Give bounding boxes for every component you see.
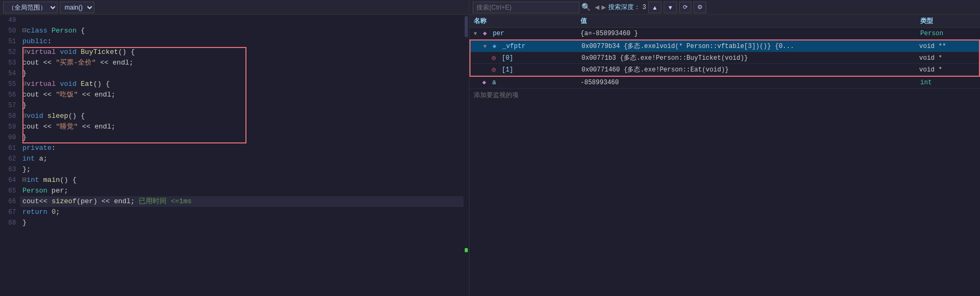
line-number-65: 65	[4, 186, 16, 196]
item-0-label: [0]	[501, 54, 513, 62]
code-line-61: private:	[20, 143, 464, 154]
code-line-58: ⊟void sleep() {	[20, 111, 464, 122]
line-number-54: 54	[4, 68, 16, 79]
watch-value-per: {a=-858993460 }	[576, 30, 916, 37]
line-numbers: 4950515253545556575859606162636465666768	[0, 15, 20, 296]
settings-btn[interactable]: ⚙	[694, 2, 706, 13]
line-number-61: 61	[4, 143, 16, 154]
watch-row-0[interactable]: ◎ [0] 0x00771b3 {多态.exe!Person::BuyTicke…	[471, 52, 979, 64]
watch-type-0: void *	[915, 54, 979, 62]
watch-value-0: 0x00771b3 {多态.exe!Person::BuyTicket(void…	[577, 53, 915, 62]
watch-header: 名称 值 类型	[469, 15, 980, 28]
line-number-62: 62	[4, 154, 16, 164]
watch-name-0: ◎ [0]	[471, 54, 577, 62]
watch-type-per: Person	[916, 30, 980, 37]
line-number-67: 67	[4, 207, 16, 218]
watch-value-a: -858993460	[576, 79, 916, 86]
code-line-66: cout<< sizeof(per) << endl; 已用时间 <=1ms	[20, 196, 464, 207]
watch-row-per[interactable]: ▼ ◆ per {a=-858993460 } Person	[469, 28, 980, 39]
watch-name-vfptr: ▼ ◆ _vfptr	[471, 42, 577, 50]
watch-value-1: 0x00771460 {多态.exe!Person::Eat(void)}	[577, 65, 915, 74]
scrollbar-position-indicator	[465, 248, 468, 252]
watch-table: 名称 值 类型 ▼ ◆ per {a=-858993460 } Person	[469, 15, 980, 296]
add-watch-item[interactable]: 添加要监视的项	[469, 89, 980, 102]
a-label: a	[492, 79, 496, 86]
line-number-56: 56	[4, 90, 16, 100]
code-line-67: return 0;	[20, 207, 464, 218]
watch-type-vfptr: void **	[915, 43, 979, 50]
var-icon-a: ◆	[482, 79, 486, 86]
editor-wrapper: 4950515253545556575859606162636465666768…	[0, 15, 469, 296]
red-box-rows: ▼ ◆ _vfptr 0x00779b34 {多态.exelvoid(* Per…	[469, 39, 980, 77]
code-line-57: }	[20, 100, 464, 111]
line-number-64: 64	[4, 175, 16, 186]
col-value-header: 值	[576, 17, 916, 26]
code-line-53: cout << "买票-全价" << endl;	[20, 58, 464, 68]
line-number-51: 51	[4, 36, 16, 47]
code-line-51: public:	[20, 36, 464, 47]
watch-name-a: ◆ a	[469, 78, 576, 86]
code-line-52: ⊟virtual void BuyTicket() {	[20, 47, 464, 58]
line-number-68: 68	[4, 218, 16, 228]
forward-icon[interactable]: ▶	[601, 3, 605, 12]
search-input[interactable]	[473, 2, 579, 13]
debug-toolbar: 🔍 ◀ ▶ 搜索深度： 3 ▲ ▼ ⟳ ⚙	[469, 0, 980, 15]
code-line-59: cout << "睡觉" << endl;	[20, 122, 464, 132]
watch-value-vfptr: 0x00779b34 {多态.exelvoid(* Person::vftabl…	[577, 42, 915, 51]
depth-up-btn[interactable]: ▲	[648, 2, 662, 13]
watch-type-1: void *	[915, 66, 979, 74]
code-line-49	[20, 15, 464, 26]
per-label: per	[493, 30, 505, 37]
main-container: （全局范围） main() 49505152535455565758596061…	[0, 0, 980, 296]
scrollbar-track[interactable]	[464, 15, 469, 296]
code-line-50: ⊟class Person {	[20, 26, 464, 36]
debug-panel: 🔍 ◀ ▶ 搜索深度： 3 ▲ ▼ ⟳ ⚙ 名称 值 类型 ▼ ◆ per	[469, 0, 980, 296]
code-line-56: cout << "吃饭" << endl;	[20, 90, 464, 100]
expand-icon-vfptr[interactable]: ▼	[483, 44, 487, 50]
watch-row-1[interactable]: ◎ [1] 0x00771460 {多态.exe!Person::Eat(voi…	[471, 64, 979, 76]
expand-icon-per[interactable]: ▼	[474, 31, 477, 37]
code-line-60: }	[20, 132, 464, 143]
search-icon: 🔍	[581, 3, 591, 12]
line-number-59: 59	[4, 122, 16, 132]
line-number-63: 63	[4, 164, 16, 175]
item-icon-0: ◎	[492, 54, 496, 62]
line-number-50: 50	[4, 26, 16, 36]
code-line-55: ⊟virtual void Eat() {	[20, 79, 464, 90]
line-number-52: 52	[4, 47, 16, 58]
line-number-58: 58	[4, 111, 16, 122]
col-name-header: 名称	[469, 17, 576, 26]
line-number-53: 53	[4, 58, 16, 68]
watch-name-per: ▼ ◆ per	[469, 29, 576, 37]
item-icon-1: ◎	[492, 66, 496, 74]
scope-select[interactable]: （全局范围）	[3, 2, 58, 13]
scrollbar-thumb[interactable]	[465, 16, 468, 37]
function-select[interactable]: main()	[60, 2, 94, 13]
vfptr-label: _vfptr	[503, 43, 525, 50]
line-number-55: 55	[4, 79, 16, 90]
depth-label: 搜索深度：	[608, 3, 640, 12]
watch-name-1: ◎ [1]	[471, 66, 577, 74]
line-number-60: 60	[4, 132, 16, 143]
depth-down-btn[interactable]: ▼	[664, 2, 677, 13]
var-icon-per: ◆	[483, 30, 487, 37]
col-type-header: 类型	[916, 17, 980, 26]
ptr-icon-vfptr: ◆	[492, 43, 496, 50]
line-number-57: 57	[4, 100, 16, 111]
code-line-63: };	[20, 164, 464, 175]
watch-type-a: int	[916, 79, 980, 86]
line-number-66: 66	[4, 196, 16, 207]
watch-row-vfptr[interactable]: ▼ ◆ _vfptr 0x00779b34 {多态.exelvoid(* Per…	[471, 41, 979, 52]
code-line-62: int a;	[20, 154, 464, 164]
code-content[interactable]: ⊟class Person { public: ⊟virtual void Bu…	[20, 15, 464, 296]
code-line-54: }	[20, 68, 464, 79]
editor-toolbar: （全局范围） main()	[0, 0, 469, 15]
refresh-btn[interactable]: ⟳	[679, 2, 691, 13]
code-line-64: ⊟int main() {	[20, 175, 464, 186]
back-icon[interactable]: ◀	[595, 3, 599, 12]
depth-value: 3	[642, 4, 646, 11]
watch-row-a[interactable]: ◆ a -858993460 int	[469, 77, 980, 89]
item-1-label: [1]	[501, 66, 513, 74]
add-watch-label: 添加要监视的项	[474, 92, 519, 99]
code-editor: （全局范围） main() 49505152535455565758596061…	[0, 0, 469, 296]
